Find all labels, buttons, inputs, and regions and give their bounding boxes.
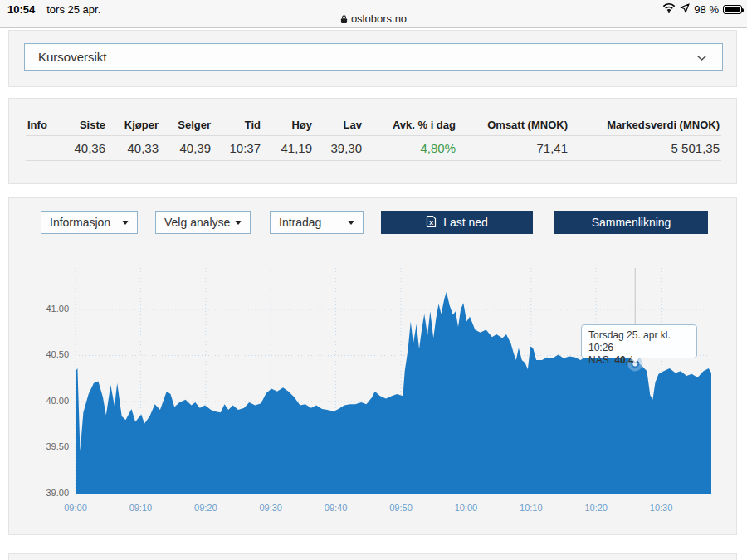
chart-section: Informasjon Velg analyse Intradag x Last… (8, 197, 737, 535)
cell-kjoper: 40,33 (107, 136, 160, 161)
col-lav: Lav (314, 114, 364, 136)
col-avk: Avk. % i dag (364, 114, 457, 136)
cell-hoy: 41,19 (262, 136, 314, 161)
cell-lav: 39,30 (314, 136, 364, 161)
cell-siste: 40,36 (59, 136, 107, 161)
page-select[interactable]: Kursoversikt (24, 43, 723, 71)
next-section-edge (8, 553, 737, 560)
page-select-value: Kursoversikt (38, 50, 107, 64)
col-selger: Selger (160, 114, 212, 136)
browser-chrome: 10:54tors 25 apr. 98 % oslobors.no (0, 0, 747, 28)
price-chart[interactable]: 09:0009:1009:2009:3009:4009:5010:0010:10… (9, 198, 738, 536)
quote-header-row: Info Siste Kjøper Selger Tid Høy Lav Avk… (26, 114, 721, 136)
col-tid: Tid (212, 114, 262, 136)
price-chart-svg (9, 198, 738, 536)
col-markedsverdi: Markedsverdi (MNOK) (569, 114, 721, 136)
chevron-down-icon (696, 50, 707, 64)
col-hoy: Høy (262, 114, 314, 136)
col-kjoper: Kjøper (107, 114, 160, 136)
address-bar[interactable]: oslobors.no (0, 12, 747, 25)
cell-markedsverdi: 5 501,35 (569, 136, 721, 161)
quote-value-row: 40,36 40,33 40,39 10:37 41,19 39,30 4,80… (26, 136, 721, 161)
col-omsatt: Omsatt (MNOK) (457, 114, 569, 136)
price-area-series (76, 292, 711, 494)
col-siste: Siste (59, 114, 107, 136)
cell-omsatt: 71,41 (457, 136, 569, 161)
cell-selger: 40,39 (160, 136, 212, 161)
cell-info (26, 136, 59, 161)
quote-section: Info Siste Kjøper Selger Tid Høy Lav Avk… (8, 98, 737, 184)
page-selector-section: Kursoversikt (8, 30, 737, 87)
col-info: Info (26, 114, 59, 136)
cell-avk: 4,80% (364, 136, 457, 161)
tooltip-series-label: NAS: (588, 354, 612, 366)
lock-icon (340, 12, 351, 25)
cell-tid: 10:37 (212, 136, 262, 161)
url-text: oslobors.no (351, 12, 407, 25)
quote-table: Info Siste Kjøper Selger Tid Høy Lav Avk… (26, 114, 721, 161)
tooltip-datetime: Torsdag 25. apr kl. 10:26 (588, 329, 690, 354)
chart-tooltip: Torsdag 25. apr kl. 10:26 NAS: 40,41 (581, 324, 697, 358)
